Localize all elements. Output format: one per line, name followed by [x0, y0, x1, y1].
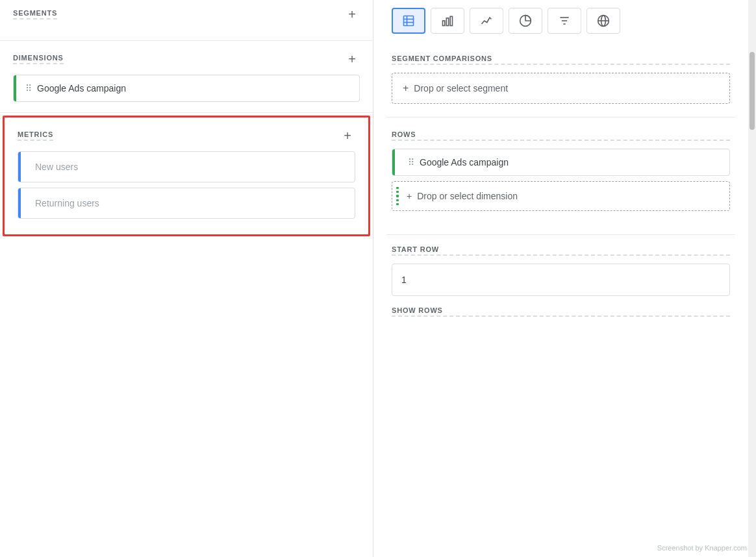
- filter-icon-button[interactable]: [548, 8, 581, 34]
- rows-section: ROWS ⠿ Google Ads campaign + Drop or sel…: [386, 118, 735, 235]
- start-row-title: START ROW: [392, 245, 730, 256]
- dimension-item-google-ads[interactable]: ⠿ Google Ads campaign: [13, 75, 360, 102]
- metrics-header: METRICS +: [18, 128, 355, 143]
- metrics-title: METRICS: [18, 130, 53, 141]
- svg-rect-4: [443, 21, 445, 26]
- start-row-input[interactable]: 1: [392, 264, 730, 296]
- add-dimension-button[interactable]: +: [344, 51, 360, 67]
- drop-select-segment-label: Drop or select segment: [414, 83, 508, 93]
- svg-rect-6: [450, 16, 452, 25]
- metrics-section: METRICS + New users Returning users: [3, 116, 370, 236]
- add-metric-button[interactable]: +: [340, 128, 355, 143]
- blue-bar-indicator: [18, 152, 21, 182]
- segment-comparisons-title: SEGMENT COMPARISONS: [392, 55, 730, 65]
- right-panel: SEGMENT COMPARISONS + Drop or select seg…: [373, 0, 748, 557]
- metric-returning-users[interactable]: Returning users: [18, 188, 355, 219]
- dimensions-title: DIMENSIONS: [13, 54, 64, 64]
- start-row-section: START ROW 1 SHOW ROWS: [386, 235, 735, 327]
- drag-handle-row-icon: ⠿: [401, 157, 413, 167]
- start-row-value: 1: [401, 275, 407, 285]
- dimensions-section: DIMENSIONS + ⠿ Google Ads campaign: [0, 41, 373, 113]
- scrollbar-thumb[interactable]: [750, 52, 755, 130]
- segment-comparisons-section: SEGMENT COMPARISONS + Drop or select seg…: [386, 42, 735, 118]
- green-bar-indicator: [14, 75, 16, 101]
- show-rows-title: SHOW ROWS: [392, 306, 730, 317]
- row-google-ads[interactable]: ⠿ Google Ads campaign: [392, 149, 730, 176]
- drop-select-dimension-label: Drop or select dimension: [417, 191, 518, 201]
- pie-chart-icon-button[interactable]: [509, 8, 542, 34]
- dimension-label: Google Ads campaign: [37, 83, 126, 93]
- add-segment-button[interactable]: +: [344, 6, 360, 22]
- chart-line-icon-button[interactable]: [470, 8, 503, 34]
- chart-bar-icon-button[interactable]: [431, 8, 464, 34]
- dimension-content: ⠿ Google Ads campaign: [14, 75, 359, 101]
- segments-section: SEGMENTS +: [0, 0, 373, 41]
- plus-icon-dim: +: [407, 191, 412, 201]
- segments-header: SEGMENTS +: [13, 6, 360, 22]
- dimensions-header: DIMENSIONS +: [13, 51, 360, 67]
- left-panel: SEGMENTS + DIMENSIONS + ⠿ Google Ads cam…: [0, 0, 373, 557]
- rows-title: ROWS: [392, 130, 730, 141]
- metric-new-users-label: New users: [29, 162, 78, 172]
- table-icon-button[interactable]: [392, 8, 425, 34]
- plus-icon: +: [403, 82, 409, 94]
- green-bar-row: [392, 149, 395, 175]
- globe-icon-button[interactable]: [586, 8, 620, 34]
- drag-handle-icon: ⠿: [25, 83, 31, 93]
- top-buttons-row: [386, 0, 735, 42]
- svg-rect-0: [404, 16, 414, 26]
- drop-select-segment-zone[interactable]: + Drop or select segment: [392, 73, 730, 104]
- scrollbar-track: [748, 0, 756, 557]
- metric-returning-users-label: Returning users: [29, 198, 99, 208]
- segments-title: SEGMENTS: [13, 9, 57, 19]
- watermark: Screenshot by Knapper.com: [657, 544, 747, 552]
- metric-new-users[interactable]: New users: [18, 151, 355, 182]
- row-google-ads-label: Google Ads campaign: [420, 157, 509, 167]
- green-dashed-bar-icon: [396, 187, 399, 205]
- svg-rect-5: [446, 18, 448, 26]
- drop-select-dimension-zone[interactable]: + Drop or select dimension: [392, 181, 730, 211]
- blue-bar-indicator-2: [18, 188, 21, 218]
